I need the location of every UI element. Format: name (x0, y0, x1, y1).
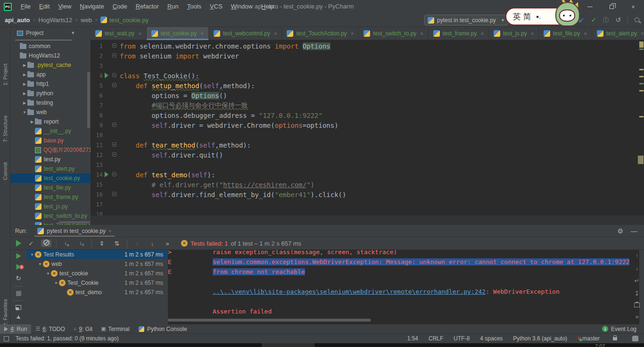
expand-all-button[interactable]: ⇕ (97, 240, 107, 247)
toolwindow-button-git[interactable]: ⑂9: Git (69, 324, 97, 334)
soft-wrap-icon[interactable]: ↵ (635, 277, 640, 284)
editor-tab-test_alert.py[interactable]: test_alert.py× (592, 27, 644, 40)
close-icon[interactable]: × (531, 31, 534, 36)
error-stripe-mark[interactable] (639, 49, 644, 50)
error-stripe-mark[interactable] (639, 69, 644, 70)
line-separator[interactable]: CRLF (429, 335, 443, 342)
fold-marker-icon[interactable]: − (112, 53, 116, 58)
run-line-icon[interactable] (105, 73, 108, 78)
close-icon[interactable]: × (481, 31, 484, 36)
indent-setting[interactable]: 4 spaces (480, 335, 503, 342)
run-line-icon[interactable] (105, 172, 108, 177)
code-line-3[interactable]: 3 (91, 61, 644, 71)
menu-item-vcs[interactable]: VCS (206, 0, 227, 13)
code-line-13[interactable]: 13 (91, 160, 644, 170)
scroll-down-icon[interactable]: ↓ (636, 264, 639, 272)
test-node-web[interactable]: ▼✕web1 m 2 s 657 ms (26, 259, 168, 269)
code-line-6[interactable]: 6 options = Options() (91, 91, 644, 100)
project-scrollbar[interactable] (87, 72, 90, 128)
caret-position[interactable]: 1:54 (407, 335, 418, 342)
file-encoding[interactable]: UTF-8 (454, 335, 470, 342)
tree-item-app[interactable]: ▶app (10, 70, 91, 79)
toolwindow-toggle-icon[interactable] (4, 336, 9, 341)
code-line-7[interactable]: 7 #端口号必须与命令行中保持一致 (91, 100, 644, 110)
search-everywhere-icon[interactable] (635, 17, 639, 22)
test-node-test_cookie[interactable]: ▼✕test_cookie1 m 2 s 657 ms (26, 269, 168, 278)
close-button[interactable]: × (622, 0, 644, 13)
test-console-output[interactable]: >raise exception_class(message, screen, … (168, 250, 639, 324)
tree-item-test_file.py[interactable]: test_file.py (10, 183, 91, 192)
sort-alphabetically-toggle[interactable]: ↓a (61, 240, 72, 247)
toolwindow-button-todo[interactable]: ☰6: TODO (31, 324, 69, 334)
project-panel-header[interactable]: Project ▼ (10, 27, 91, 39)
scroll-to-end-icon[interactable]: ↧ (635, 290, 640, 297)
editor-tab-test_wait.py[interactable]: test_wait.py× (91, 27, 147, 40)
close-icon[interactable]: × (584, 31, 586, 36)
tree-item-test_js.py[interactable]: test_js.py (10, 202, 91, 211)
previous-failed-button[interactable]: ↑ (132, 240, 142, 247)
editor-scrollbar-thumb[interactable] (638, 156, 644, 164)
show-passed-toggle[interactable]: ✓ (26, 240, 36, 247)
print-icon[interactable] (634, 303, 640, 307)
menu-item-navigate[interactable]: Navigate (75, 0, 108, 13)
next-failed-button[interactable]: ↓ (147, 240, 157, 247)
fold-marker-icon[interactable]: − (112, 152, 116, 157)
tree-item-test_cookie.py[interactable]: test_cookie.py (10, 174, 91, 183)
project-hscrollbar[interactable] (59, 221, 90, 223)
breadcrumb-file[interactable]: test_cookie.py (109, 17, 149, 24)
code-line-9[interactable]: 9− self.driver = webdriver.Chrome(option… (91, 120, 644, 130)
stacktrace-link[interactable]: ..\..\venv\lib\site-packages\selenium\we… (213, 288, 486, 295)
tree-right-arrow-icon[interactable]: ▶ (29, 120, 35, 124)
toggle-auto-test-icon[interactable]: ↻ (16, 274, 21, 282)
editor-tab-test_webcontrol.py[interactable]: test_webcontrol.py× (209, 27, 282, 40)
restore-layout-icon[interactable] (16, 305, 21, 310)
code-line-5[interactable]: 5− def setup_method(self,method): (91, 81, 644, 91)
tree-right-arrow-icon[interactable]: ▶ (22, 63, 27, 67)
hector-icon[interactable] (632, 336, 638, 341)
scroll-up-icon[interactable]: ↑ (636, 252, 639, 259)
tree-item-QQ图片2020062719[interactable]: QQ图片2020062719 (10, 145, 91, 155)
editor-tab-test_switch_to.py[interactable]: test_switch_to.py× (359, 27, 428, 40)
breadcrumb-item[interactable]: web (81, 17, 92, 24)
error-stripe-mark[interactable] (639, 116, 644, 117)
tree-item-base.py[interactable]: base.py (10, 136, 91, 145)
code-line-16[interactable]: 16− self.driver.find_element_by_id("embe… (91, 190, 644, 199)
lock-icon[interactable] (613, 337, 617, 340)
close-icon[interactable]: × (138, 31, 141, 36)
stop-button[interactable] (16, 291, 21, 296)
tree-down-arrow-icon[interactable]: ▼ (29, 253, 35, 257)
toolwindow-button-python-console[interactable]: Python Console (134, 324, 191, 334)
error-stripe-mark[interactable] (639, 83, 644, 84)
error-stripe-mark[interactable] (639, 41, 644, 48)
tree-right-arrow-icon[interactable]: ▶ (22, 73, 27, 77)
rerun-button[interactable] (16, 240, 21, 247)
rerun-failed-tests-button[interactable] (16, 264, 21, 270)
event-log-button[interactable]: 1Event Log (602, 326, 636, 332)
editor-tab-test_frame.py[interactable]: test_frame.py× (429, 27, 489, 40)
commit-icon[interactable]: ✓ (591, 16, 597, 24)
error-stripe-mark[interactable] (639, 90, 644, 91)
close-icon[interactable]: × (274, 31, 277, 36)
test-node-Test Results[interactable]: ▼✕Test Results1 m 2 s 657 ms (26, 250, 168, 259)
rerun-tests-button[interactable] (16, 253, 21, 259)
tree-item-test.py[interactable]: test.py (10, 155, 91, 164)
fold-marker-icon[interactable]: − (112, 172, 116, 176)
test-node-Test_Cookie[interactable]: ▼✕Test_Cookie1 m 2 s 657 ms (26, 278, 168, 288)
test-node-test_demo[interactable]: ✕test_demo1 m 2 s 657 ms (26, 288, 168, 297)
chevron-down-icon[interactable]: ▼ (71, 31, 75, 35)
code-line-4[interactable]: 4−class Test_Cookie(): (91, 71, 644, 81)
history-icon[interactable] (603, 17, 609, 23)
fold-marker-icon[interactable]: − (112, 123, 116, 127)
editor-tab-test_file.py[interactable]: test_file.py× (539, 27, 592, 40)
code-editor[interactable]: 1−from selenium.webdriver.chrome.options… (91, 40, 644, 215)
tree-item-__init__.py[interactable]: __init__.py (10, 126, 91, 136)
code-line-14[interactable]: 14− def test_demo(self): (91, 170, 644, 180)
menu-item-tools[interactable]: Tools (183, 0, 206, 13)
breadcrumb-item[interactable]: HogWarts12 (38, 17, 72, 24)
collapse-all-button[interactable]: ⇅ (112, 240, 122, 247)
menu-item-file[interactable]: File (17, 0, 35, 13)
run-configuration-select[interactable]: pytest in test_cookie.py ▼ (424, 15, 508, 25)
fold-marker-icon[interactable]: − (112, 192, 116, 196)
code-line-15[interactable]: 15 # elf.driver.get("https://ceshiren.co… (91, 180, 644, 190)
tree-down-arrow-icon[interactable]: ▼ (22, 110, 27, 115)
